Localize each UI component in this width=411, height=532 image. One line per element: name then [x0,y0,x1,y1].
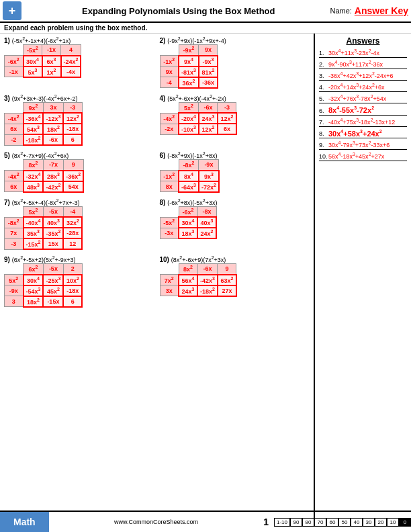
answers-title: Answers [319,36,407,46]
result-cell: -32x4 [24,171,44,181]
problem-8-label: 8) [160,199,168,206]
footer: Math www.CommonCoreSheets.com 1 1-10 90 … [0,511,411,532]
result-cell: -20x4 [179,113,199,124]
answer-text: -20x4+14x3+24x2+6x [328,83,385,91]
empty [160,206,179,217]
result-cell: -10x3 [179,124,199,134]
result-cell: 56x4 [179,275,197,285]
problem-5-table: 8x2 -7x 9 -4x2 -32x4 28x3 -36x2 6x 48x3 … [4,159,84,193]
empty [5,206,24,217]
header-cell: -8x [197,206,216,217]
score-range: 1-10 [274,518,290,527]
answer-item-3: 3. -36x4+42x3+12x2-24x+6 [319,71,407,81]
answer-text: -36x4+42x3+12x2-24x+6 [328,71,394,79]
problem-6-expr: (-8x2+9x)(-1x2+8x) [167,152,217,159]
problem-7: 7) (5x2+-5x+-4)(-8x2+7x+-3) 5x2 -5x -4 -… [4,198,154,251]
result-cell: 24x2 [197,228,216,238]
answer-text: -32x4+76x3-78x2+54x [328,94,386,102]
problem-10-expr: (8x2+-6x+9)(7x2+3x) [171,257,226,263]
empty [5,264,24,275]
side-cell: -2x [160,124,179,134]
problem-2: 2) (-9x2+9x)(-1x2+9x+-4) -9x2 9x -1x2 9x… [160,36,310,89]
side-cell: -8x2 [5,217,24,228]
header-cell: -9x2 [179,45,199,56]
header-cell: 5x2 [24,206,44,217]
header-cell: 9 [218,264,236,275]
answer-item-4: 4. -20x4+14x3+24x2+6x [319,83,407,92]
problem-10-label: 10) [160,256,171,263]
main-content: 1) (-5x2+-1x+4)(-6x2+1x) -5x2 -1x 4 -6x2… [0,34,411,525]
footer-page: 1 [263,517,274,527]
score-30: 30 [363,518,375,527]
score-40: 40 [351,518,363,527]
result-cell: -15x [43,296,63,307]
result-cell: 5x3 [24,66,42,77]
result-cell: -12x3 [43,113,63,124]
answer-text: 30x4+58x3+24x2 [328,129,382,138]
side-cell: -1x2 [160,171,179,181]
header-cell: -3 [218,102,236,113]
result-cell: 18x3 [179,228,197,238]
problem-6: 6) (-8x2+9x)(-1x2+8x) -8x2 -9x -1x2 8x4 … [160,151,310,193]
problem-7-label: 7) [4,199,12,206]
problem-5: 5) (8x2+-7x+9)(-4x2+6x) 8x2 -7x 9 -4x2 -… [4,151,154,193]
header-cell: -5x [43,264,63,275]
result-cell: -18x [63,124,82,134]
header-cell: -8x2 [179,160,199,171]
side-cell: -3 [5,238,24,249]
result-cell: -9x3 [199,56,218,66]
result-cell: 45x2 [43,285,63,296]
answer-num: 9. [319,142,328,148]
header-cell: 3x [43,102,63,113]
empty [160,45,179,56]
side-cell: -4x2 [5,113,24,124]
side-cell: 3 [5,296,24,307]
side-cell: 6x [5,124,24,134]
result-cell: 9x4 [179,56,199,66]
empty [160,102,179,113]
header-cell: 5x2 [179,102,199,113]
answer-item-7: 7. -40x4+75x3-18x2-13x+12 [319,118,407,127]
result-cell: 35x3 [24,228,44,238]
result-cell: -18x2 [24,134,44,145]
side-cell: -4x2 [5,171,24,181]
side-cell: 5x2 [5,275,24,285]
result-cell: 40x3 [197,217,216,228]
answer-num: 3. [319,73,328,79]
footer-scores: 1-10 90 80 70 60 50 40 30 20 10 0 [274,518,411,527]
result-cell: 15x [43,238,63,249]
problem-1: 1) (-5x2+-1x+4)(-6x2+1x) -5x2 -1x 4 -6x2… [4,36,154,89]
side-cell: -1x2 [160,56,179,66]
result-cell: -64x3 [179,181,199,192]
result-cell: -4x [61,66,81,77]
result-cell: -18x [63,285,82,296]
problem-1-expr: (-5x2+-1x+4)(-6x2+1x) [12,38,71,44]
result-cell: 30x4 [24,275,44,285]
answer-text: 30x4+11x3-23x2-4x [328,48,379,56]
result-cell: 48x3 [24,181,44,192]
header-cell: -5x2 [24,45,42,56]
header-cell: 9x2 [24,102,44,113]
result-cell: 24x3 [199,113,218,124]
problem-8-table: -6x2 -8x -5x2 30x4 40x3 -3x 18x3 24x2 [160,206,218,240]
result-cell: -72x2 [199,181,219,192]
result-cell: 63x2 [218,275,236,285]
result-cell: -36x2 [63,171,83,181]
problem-2-table: -9x2 9x -1x2 9x4 -9x3 9x -81x3 81x2 -4 [160,44,218,89]
problem-10-table: 8x2 -6x 9 7x2 56x4 -42x3 63x2 3x 24x3 -1… [160,263,237,297]
empty [5,160,24,171]
side-cell: -6x2 [5,56,24,66]
side-cell: -5x2 [160,217,179,228]
logo: + [3,1,21,20]
side-cell: -2 [5,134,24,145]
problem-9-expr: (6x2+-5x+2)(5x2+-9x+3) [12,257,76,263]
side-cell: -9x [5,285,24,296]
side-cell: -3x [160,228,179,238]
answer-sidebar: Answers 1. 30x4+11x3-23x2-4x 2. 9x4-90x3… [314,34,411,525]
side-cell: -4x2 [160,113,179,124]
problem-9: 9) (6x2+-5x+2)(5x2+-9x+3) 6x2 -5x 2 5x2 … [4,255,154,308]
problem-4: 4) (5x2+-6x+3)(-4x2+-2x) 5x2 -6x -3 -4x2… [160,94,310,146]
result-cell: 54x3 [24,124,44,134]
result-cell: 6x [218,124,236,134]
problem-9-label: 9) [4,256,12,263]
